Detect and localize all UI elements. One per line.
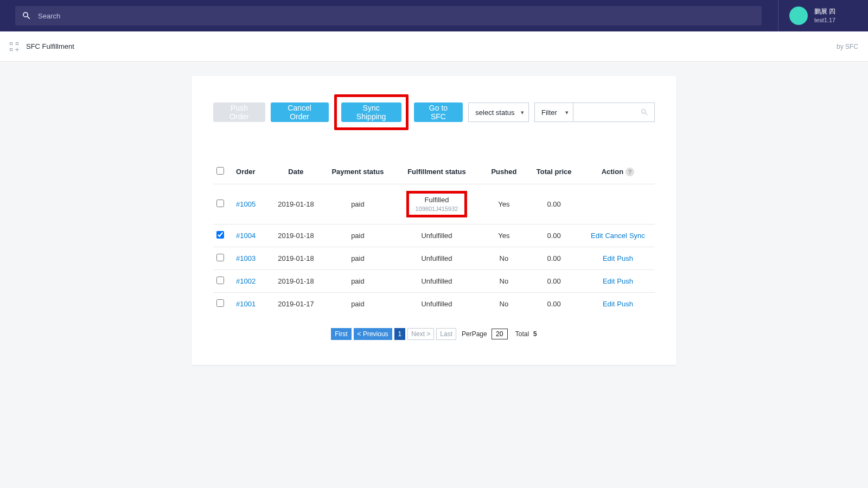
table-row: #10012019-01-17paidUnfulfilledNo0.00Edit… <box>213 293 655 316</box>
col-payment: Payment status <box>323 162 392 184</box>
cell-actions: EditPush <box>581 293 655 316</box>
cancel-order-button[interactable]: Cancel Order <box>271 102 329 122</box>
action-push[interactable]: Push <box>617 277 633 285</box>
cell-date: 2019-01-18 <box>269 270 323 293</box>
cell-total: 0.00 <box>527 224 580 247</box>
order-link[interactable]: #1002 <box>236 277 256 285</box>
sync-shipping-highlight: Sync Shipping <box>334 94 409 130</box>
cell-fulfillment: Unfulfilled <box>393 293 481 316</box>
avatar <box>789 7 808 25</box>
col-date: Date <box>269 162 323 184</box>
cell-date: 2019-01-18 <box>269 184 323 224</box>
orders-table: Order Date Payment status Fulfillment st… <box>213 162 655 315</box>
user-name: 鵬展 四 <box>814 8 835 16</box>
help-icon[interactable]: ? <box>626 168 634 176</box>
go-to-sfc-button[interactable]: Go to SFC <box>414 102 463 122</box>
select-all-checkbox[interactable] <box>216 167 224 175</box>
cell-date: 2019-01-17 <box>269 293 323 316</box>
row-checkbox[interactable] <box>216 299 224 307</box>
row-checkbox[interactable] <box>216 277 224 284</box>
cell-payment: paid <box>323 247 392 270</box>
by-sfc-label: by SFC <box>837 43 858 50</box>
cell-pushed: No <box>481 293 527 316</box>
order-link[interactable]: #1005 <box>236 200 256 208</box>
action-push[interactable]: Push <box>617 254 633 262</box>
col-pushed: Pushed <box>481 162 527 184</box>
breadcrumb: SFC Fulfillment by SFC <box>0 31 868 62</box>
row-checkbox[interactable] <box>216 254 224 261</box>
sync-shipping-button[interactable]: Sync Shipping <box>341 102 401 122</box>
action-edit[interactable]: Edit <box>603 254 615 262</box>
action-push[interactable]: Push <box>617 300 633 308</box>
pager-page-1[interactable]: 1 <box>394 328 406 340</box>
main-card: Push Order Cancel Order Sync Shipping Go… <box>192 76 676 365</box>
row-checkbox[interactable] <box>216 200 224 207</box>
cell-fulfillment: Unfulfilled <box>393 270 481 293</box>
action-edit[interactable]: Edit <box>591 232 603 240</box>
cell-total: 0.00 <box>527 293 580 316</box>
action-edit[interactable]: Edit <box>603 300 615 308</box>
cell-fulfillment: Unfulfilled <box>393 247 481 270</box>
fulfillment-highlight: Fulfilled109801J415932 <box>406 191 468 217</box>
cell-payment: paid <box>323 224 392 247</box>
filter-select[interactable]: Filter <box>534 102 573 122</box>
status-select[interactable]: select status <box>468 102 529 122</box>
page-title: SFC Fulfillment <box>26 42 74 50</box>
table-row: #10052019-01-18paidFulfilled109801J41593… <box>213 184 655 224</box>
order-link[interactable]: #1004 <box>236 232 256 240</box>
cell-actions: EditPush <box>581 247 655 270</box>
search-container <box>15 6 762 25</box>
order-link[interactable]: #1003 <box>236 254 256 262</box>
col-order: Order <box>233 162 269 184</box>
cell-date: 2019-01-18 <box>269 247 323 270</box>
topbar: 鵬展 四 test1.17 <box>0 0 868 31</box>
cell-actions <box>581 184 655 224</box>
cell-total: 0.00 <box>527 270 580 293</box>
table-row: #10042019-01-18paidUnfulfilledYes0.00Edi… <box>213 224 655 247</box>
pagination: First < Previous 1 Next > Last PerPage T… <box>192 328 676 340</box>
cell-fulfillment: Fulfilled109801J415932 <box>393 184 481 224</box>
pager-prev[interactable]: < Previous <box>354 328 392 340</box>
col-action: Action? <box>581 162 655 184</box>
action-sync[interactable]: Sync <box>629 232 645 240</box>
col-fulfillment: Fulfillment status <box>393 162 481 184</box>
order-link[interactable]: #1001 <box>236 300 256 308</box>
cell-pushed: No <box>481 270 527 293</box>
pager-next[interactable]: Next > <box>407 328 434 340</box>
cell-total: 0.00 <box>527 184 580 224</box>
user-sub: test1.17 <box>814 16 835 24</box>
table-row: #10022019-01-18paidUnfulfilledNo0.00Edit… <box>213 270 655 293</box>
apps-icon[interactable] <box>10 42 18 51</box>
cell-total: 0.00 <box>527 247 580 270</box>
filter-search-input[interactable] <box>573 102 655 122</box>
row-checkbox[interactable] <box>216 231 224 239</box>
cell-pushed: Yes <box>481 184 527 224</box>
cell-pushed: Yes <box>481 224 527 247</box>
per-page-input[interactable] <box>492 329 508 339</box>
search-icon <box>22 11 31 21</box>
cell-pushed: No <box>481 247 527 270</box>
pager-last[interactable]: Last <box>436 328 456 340</box>
per-page-label: PerPage <box>462 330 487 338</box>
col-total: Total price <box>527 162 580 184</box>
cell-actions: EditPush <box>581 270 655 293</box>
cell-payment: paid <box>323 293 392 316</box>
cell-date: 2019-01-18 <box>269 224 323 247</box>
table-row: #10032019-01-18paidUnfulfilledNo0.00Edit… <box>213 247 655 270</box>
cell-payment: paid <box>323 270 392 293</box>
action-edit[interactable]: Edit <box>603 277 615 285</box>
pager-first[interactable]: First <box>331 328 351 340</box>
cell-payment: paid <box>323 184 392 224</box>
total-value: 5 <box>533 330 537 338</box>
user-text: 鵬展 四 test1.17 <box>814 8 835 24</box>
search-icon <box>640 108 649 117</box>
action-cancel[interactable]: Cancel <box>605 232 627 240</box>
push-order-button: Push Order <box>213 102 265 122</box>
cell-actions: EditCancelSync <box>581 224 655 247</box>
cell-fulfillment: Unfulfilled <box>393 224 481 247</box>
total-label: Total <box>515 330 529 338</box>
toolbar: Push Order Cancel Order Sync Shipping Go… <box>192 94 676 130</box>
user-menu[interactable]: 鵬展 四 test1.17 <box>778 0 859 31</box>
search-input[interactable] <box>15 6 762 25</box>
